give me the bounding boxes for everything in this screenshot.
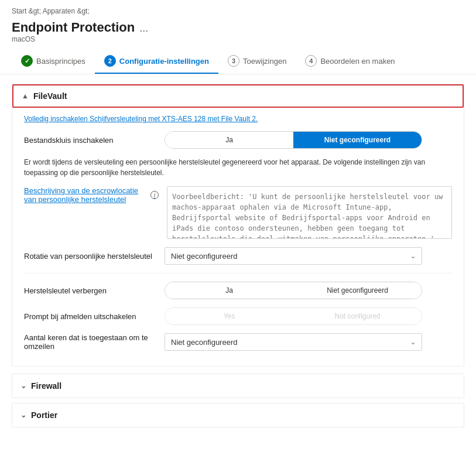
prompt-not-configured-btn: Not configured <box>293 308 422 324</box>
filevault-body: Volledig inschakelen Schijfversleuteling… <box>12 108 464 366</box>
herstelsleutel-toggle[interactable]: Ja Niet geconfigureerd <box>165 282 422 299</box>
page-title-block: Endpoint Protection macOS <box>12 20 135 43</box>
rotatie-dropdown[interactable]: Niet geconfigureerd ⌄ <box>165 247 422 265</box>
more-options-icon[interactable]: ... <box>139 22 148 35</box>
tab-label-beoordelen: Beoordelen en maken <box>320 57 395 66</box>
tab-circle-basisprincipes: ✓ <box>21 55 33 67</box>
aantal-chevron-icon: ⌄ <box>410 338 416 346</box>
aantal-row: Aantal keren dat is toegestaan om te omz… <box>24 333 452 351</box>
herstelsleutel-niet-geconfigureerd-btn[interactable]: Niet geconfigureerd <box>293 282 422 299</box>
tab-beoordelen-en-maken[interactable]: 4 Beoordelen en maken <box>296 49 404 74</box>
bestandskluis-ja-btn[interactable]: Ja <box>165 132 293 148</box>
tab-circle-toewijzingen: 3 <box>228 55 239 67</box>
tab-circle-configuratie: 2 <box>104 55 116 67</box>
tab-label-basisprincipes: Basisprincipes <box>36 57 85 66</box>
escrow-label[interactable]: Beschrijving van de escrowlocatie van pe… <box>24 186 159 204</box>
bestandskluis-toggle[interactable]: Ja Niet geconfigureerd <box>165 131 422 149</box>
portier-title: Portier <box>31 410 57 420</box>
prompt-row: Prompt bij afmelden uitschakelen Yes Not… <box>24 307 452 325</box>
aantal-label: Aantal keren dat is toegestaan om te omz… <box>24 333 159 351</box>
portier-section: ⌄ Portier <box>12 403 464 427</box>
firewall-section: ⌄ Firewall <box>12 374 464 398</box>
filevault-subtitle[interactable]: Volledig inschakelen Schijfversleuteling… <box>24 115 452 123</box>
escrow-row: Beschrijving van de escrowlocatie van pe… <box>24 186 452 239</box>
escrow-textarea[interactable] <box>167 186 452 239</box>
tab-label-toewijzingen: Toewijzingen <box>243 57 286 66</box>
firewall-title: Firewall <box>31 381 61 391</box>
herstelsleutel-ja-btn[interactable]: Ja <box>165 282 293 299</box>
breadcrumb: Start &gt; Apparaten &gt; <box>0 0 476 18</box>
tabs-bar: ✓ Basisprincipes 2 Configuratie-instelli… <box>0 49 476 74</box>
herstelsleutel-row: Herstelsleutel verbergen Ja Niet geconfi… <box>24 282 452 299</box>
filevault-section: ▲ FileVault Volledig inschakelen Schijfv… <box>12 84 464 367</box>
filevault-info-text: Er wordt tijdens de versleuteling een pe… <box>24 157 452 178</box>
filevault-subtitle-prefix: Volledig inschakelen <box>24 115 88 123</box>
filevault-title: FileVault <box>33 91 67 101</box>
filevault-section-header[interactable]: ▲ FileVault <box>12 84 464 108</box>
tab-circle-beoordelen: 4 <box>305 55 317 67</box>
tab-label-configuratie: Configuratie-instellingen <box>119 57 209 66</box>
page-header: Endpoint Protection macOS ... <box>0 18 476 49</box>
herstelsleutel-label: Herstelsleutel verbergen <box>24 286 159 295</box>
prompt-label: Prompt bij afmelden uitschakelen <box>24 312 159 321</box>
bestandskluis-row: Bestandskluis inschakelen Ja Niet geconf… <box>24 131 452 149</box>
aantal-dropdown[interactable]: Niet geconfigureerd ⌄ <box>165 333 422 351</box>
filevault-subtitle-text: Schijfversleuteling met XTS-AES 128 met … <box>90 115 258 123</box>
content-area: ▲ FileVault Volledig inschakelen Schijfv… <box>0 74 476 442</box>
tab-configuratie-instellingen[interactable]: 2 Configuratie-instellingen <box>95 49 218 74</box>
escrow-info-icon[interactable]: i <box>150 191 159 199</box>
firewall-section-header[interactable]: ⌄ Firewall <box>12 374 464 398</box>
page-subtitle: macOS <box>12 35 135 43</box>
tab-toewijzingen[interactable]: 3 Toewijzingen <box>218 49 296 74</box>
portier-chevron-icon: ⌄ <box>20 411 26 419</box>
portier-section-header[interactable]: ⌄ Portier <box>12 403 464 427</box>
section-divider-1 <box>24 273 452 273</box>
tab-basisprincipes[interactable]: ✓ Basisprincipes <box>12 49 95 74</box>
rotatie-row: Rotatie van persoonlijke herstelsleutel … <box>24 247 452 265</box>
page-title: Endpoint Protection <box>12 20 135 35</box>
aantal-value: Niet geconfigureerd <box>171 338 237 347</box>
filevault-chevron-up-icon: ▲ <box>22 92 29 100</box>
rotatie-value: Niet geconfigureerd <box>171 252 237 261</box>
firewall-chevron-icon: ⌄ <box>20 382 26 390</box>
prompt-toggle[interactable]: Yes Not configured <box>165 307 422 325</box>
bestandskluis-niet-geconfigureerd-btn[interactable]: Niet geconfigureerd <box>293 132 422 148</box>
escrow-label-text: Beschrijving van de escrowlocatie van pe… <box>24 186 148 204</box>
prompt-yes-btn: Yes <box>165 308 293 324</box>
rotatie-chevron-icon: ⌄ <box>410 252 416 260</box>
escrow-label-block: Beschrijving van de escrowlocatie van pe… <box>24 186 159 239</box>
bestandskluis-label: Bestandskluis inschakelen <box>24 136 159 145</box>
rotatie-label: Rotatie van persoonlijke herstelsleutel <box>24 252 159 261</box>
